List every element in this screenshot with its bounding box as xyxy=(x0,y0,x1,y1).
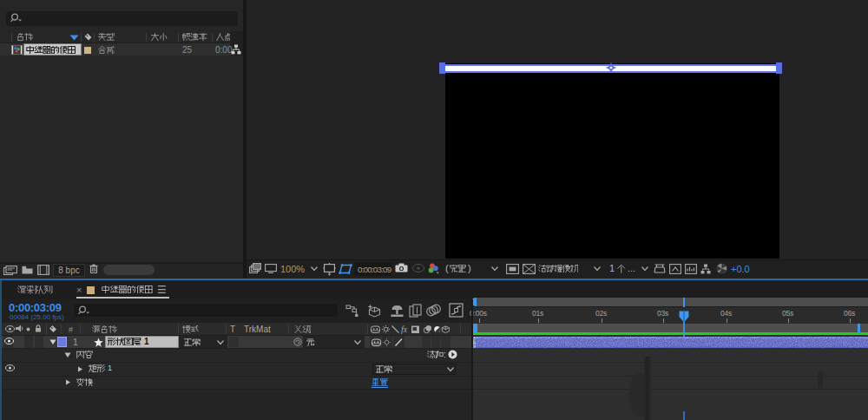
svg-text:fx: fx xyxy=(401,325,408,334)
